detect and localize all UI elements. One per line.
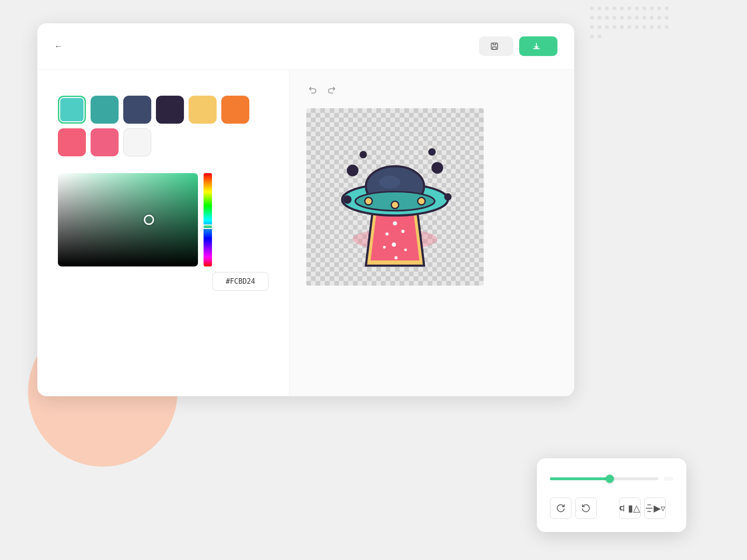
svg-point-9 xyxy=(395,256,398,259)
swatch-orange[interactable] xyxy=(221,96,249,124)
header-actions xyxy=(479,36,557,56)
undo-button[interactable] xyxy=(306,83,320,99)
swatch-pink[interactable] xyxy=(91,128,119,156)
rotate-group xyxy=(550,492,604,519)
flip-buttons: ▮△ ▶▿ xyxy=(619,497,673,519)
swatch-teal-dark[interactable] xyxy=(91,96,119,124)
download-button[interactable] xyxy=(519,36,557,56)
rotate-buttons xyxy=(550,497,604,519)
editor-header: ← xyxy=(37,23,574,70)
rotate-clockwise-button[interactable] xyxy=(550,497,571,519)
rotate-flip-row: ▮△ ▶▿ xyxy=(550,492,673,519)
svg-rect-1 xyxy=(493,47,496,49)
new-color-section xyxy=(58,173,268,291)
swatch-dark-purple[interactable] xyxy=(156,96,184,124)
swatch-slate[interactable] xyxy=(123,96,151,124)
flip-vertical-button[interactable]: ▶▿ xyxy=(644,497,666,519)
svg-point-19 xyxy=(343,196,352,204)
color-picker-cursor xyxy=(144,215,154,225)
exit-editor-button[interactable]: ← xyxy=(54,42,66,51)
undo-icon xyxy=(308,84,318,95)
ufo-icon-preview xyxy=(316,118,474,276)
color-picker-canvas[interactable] xyxy=(58,173,198,266)
svg-point-20 xyxy=(444,193,451,201)
svg-point-8 xyxy=(404,249,407,252)
undo-redo-toolbar xyxy=(306,83,342,99)
color-panel xyxy=(37,70,289,396)
color-swatches-container xyxy=(58,96,268,156)
flip-v-icon xyxy=(645,504,654,513)
swatch-white[interactable] xyxy=(123,128,151,156)
swatch-red-pink[interactable] xyxy=(58,128,86,156)
svg-point-6 xyxy=(392,242,396,246)
rotate-counter-clockwise-button[interactable] xyxy=(575,497,597,519)
scale-value xyxy=(664,477,673,481)
redo-icon xyxy=(326,84,336,95)
hue-thumb xyxy=(203,224,213,229)
rotate-cw-icon xyxy=(556,504,565,513)
swatch-yellow[interactable] xyxy=(189,96,217,124)
canvas-dark-overlay xyxy=(58,173,198,266)
svg-point-14 xyxy=(365,197,372,205)
scale-slider-thumb xyxy=(606,475,614,483)
svg-point-18 xyxy=(432,162,443,173)
scale-slider-fill xyxy=(550,477,610,480)
flip-horizontal-button[interactable]: ▮△ xyxy=(619,497,641,519)
svg-point-12 xyxy=(379,176,400,189)
hex-input[interactable] xyxy=(212,272,268,291)
swatch-teal-light[interactable] xyxy=(58,96,86,124)
decorative-dots: const dotContainer = document.querySelec… xyxy=(588,5,672,61)
svg-point-7 xyxy=(383,246,386,249)
flip-h-icon xyxy=(620,504,628,513)
preview-panel xyxy=(289,70,574,396)
hue-slider[interactable] xyxy=(204,173,212,266)
svg-point-21 xyxy=(359,151,367,158)
svg-point-4 xyxy=(386,232,389,236)
svg-point-3 xyxy=(393,221,397,225)
hex-input-container xyxy=(58,272,268,291)
redo-button[interactable] xyxy=(324,83,338,99)
save-to-collection-button[interactable] xyxy=(479,36,514,56)
color-picker-wrapper xyxy=(58,173,268,266)
save-icon xyxy=(490,42,499,50)
svg-point-15 xyxy=(391,201,399,209)
controls-card: ▮△ ▶▿ xyxy=(537,458,686,532)
download-icon xyxy=(532,42,541,50)
scale-slider[interactable] xyxy=(550,477,658,480)
flip-group: ▮△ ▶▿ xyxy=(619,492,673,519)
svg-point-5 xyxy=(402,230,405,233)
svg-point-16 xyxy=(418,197,425,205)
back-arrow-icon: ← xyxy=(54,42,63,51)
editor-content xyxy=(37,70,574,396)
svg-rect-0 xyxy=(491,43,498,49)
main-editor-card: ← xyxy=(37,23,574,396)
svg-point-17 xyxy=(347,165,358,176)
scale-row xyxy=(550,477,673,481)
icon-preview-area xyxy=(306,108,484,286)
svg-point-22 xyxy=(428,148,436,156)
rotate-ccw-icon xyxy=(581,504,591,513)
